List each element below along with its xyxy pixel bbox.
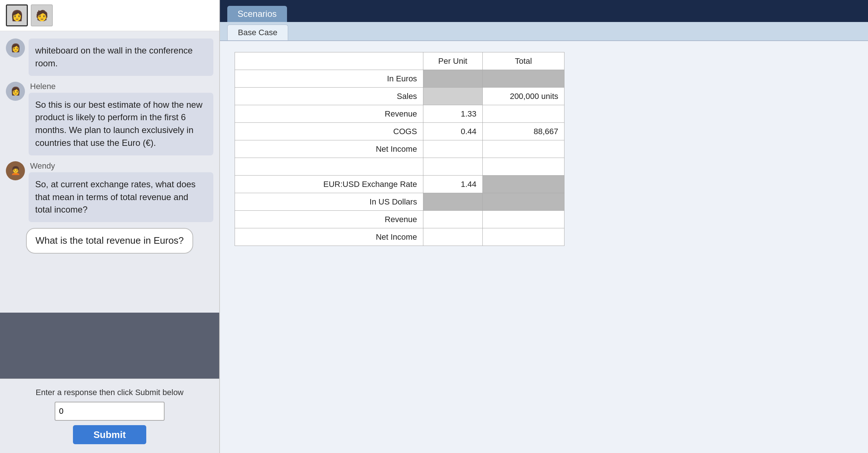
data-table: Per Unit Total In Euros Sales 200,000 un… [235, 52, 564, 246]
cell-revenue-usd-label: Revenue [235, 211, 423, 228]
bubble-2: So this is our best estimate of how the … [29, 93, 213, 155]
spreadsheet-area: Per Unit Total In Euros Sales 200,000 un… [220, 41, 868, 453]
table-row-spacer [235, 158, 564, 176]
cell-net-income-eur-total [482, 140, 564, 158]
avatar-helene-2: 👩 [6, 82, 25, 101]
cell-spacer-label [235, 158, 423, 176]
table-row-net-income-usd: Net Income [235, 228, 564, 246]
bubble-3: So, at current exchange rates, what does… [29, 172, 213, 222]
table-row-sales: Sales 200,000 units [235, 88, 564, 105]
cell-sales-perunit [423, 88, 482, 105]
cell-net-income-usd-label: Net Income [235, 228, 423, 246]
cell-cogs-label: COGS [235, 123, 423, 140]
cell-sales-label: Sales [235, 88, 423, 105]
cell-net-income-usd-total [482, 228, 564, 246]
cell-net-income-usd-perunit [423, 228, 482, 246]
table-header-row: Per Unit Total [235, 52, 564, 70]
avatar-2[interactable]: 🧑 [31, 4, 53, 26]
input-area: Enter a response then click Submit below… [0, 379, 219, 453]
question-bubble: What is the total revenue in Euros? [26, 228, 194, 254]
cell-sales-total: 200,000 units [482, 88, 564, 105]
message-2: 👩 Helene So this is our best estimate of… [6, 82, 213, 155]
message-1: 👩 whiteboard on the wall in the conferen… [6, 38, 213, 76]
cell-revenue-eur-perunit: 1.33 [423, 105, 482, 123]
message-3: 🧑‍🦱 Wendy So, at current exchange rates,… [6, 161, 213, 222]
cell-cogs-total: 88,667 [482, 123, 564, 140]
speaker-helene: Helene [29, 82, 213, 91]
cell-in-euros-total [482, 70, 564, 88]
cell-in-usd-total [482, 193, 564, 211]
table-row-net-income-eur: Net Income [235, 140, 564, 158]
table-row-in-usd: In US Dollars [235, 193, 564, 211]
col-label-header [235, 52, 423, 70]
cell-revenue-eur-label: Revenue [235, 105, 423, 123]
secondary-tab-bar: Base Case [220, 22, 868, 41]
cell-net-income-eur-label: Net Income [235, 140, 423, 158]
cell-net-income-eur-perunit [423, 140, 482, 158]
cell-spacer-total [482, 158, 564, 176]
right-panel: Scenarios Base Case Per Unit Total In Eu… [220, 0, 868, 453]
submit-button[interactable]: Submit [73, 425, 146, 444]
bubble-container-3: Wendy So, at current exchange rates, wha… [29, 161, 213, 222]
input-label: Enter a response then click Submit below [36, 388, 184, 397]
question-container: What is the total revenue in Euros? [6, 228, 213, 254]
table-row-in-euros: In Euros [235, 70, 564, 88]
tab-base-case[interactable]: Base Case [227, 25, 288, 40]
avatar-1[interactable]: 👩 [6, 4, 28, 26]
response-input[interactable] [55, 402, 165, 421]
cell-revenue-eur-total [482, 105, 564, 123]
cell-revenue-usd-total [482, 211, 564, 228]
bubble-1: whiteboard on the wall in the conference… [29, 38, 213, 76]
cell-in-euros-perunit [423, 70, 482, 88]
table-row-cogs: COGS 0.44 88,667 [235, 123, 564, 140]
cell-in-euros-label: In Euros [235, 70, 423, 88]
cell-in-usd-label: In US Dollars [235, 193, 423, 211]
cell-in-usd-perunit [423, 193, 482, 211]
cell-cogs-perunit: 0.44 [423, 123, 482, 140]
left-panel: 👩 🧑 👩 whiteboard on the wall in the conf… [0, 0, 220, 453]
table-row-revenue-usd: Revenue [235, 211, 564, 228]
cell-exchange-rate-label: EUR:USD Exchange Rate [235, 176, 423, 193]
bubble-container-2: Helene So this is our best estimate of h… [29, 82, 213, 155]
col-per-unit-header: Per Unit [423, 52, 482, 70]
table-row-exchange-rate: EUR:USD Exchange Rate 1.44 [235, 176, 564, 193]
chat-area: 👩 whiteboard on the wall in the conferen… [0, 31, 219, 313]
avatar-wendy: 🧑‍🦱 [6, 161, 25, 180]
tab-scenarios[interactable]: Scenarios [227, 6, 287, 22]
table-row-revenue-eur: Revenue 1.33 [235, 105, 564, 123]
avatar-row: 👩 🧑 [0, 0, 219, 31]
top-tab-bar: Scenarios [220, 0, 868, 22]
avatar-helene-small: 👩 [6, 38, 25, 58]
cell-spacer-perunit [423, 158, 482, 176]
cell-exchange-rate-perunit: 1.44 [423, 176, 482, 193]
col-total-header: Total [482, 52, 564, 70]
cell-revenue-usd-perunit [423, 211, 482, 228]
cell-exchange-rate-total [482, 176, 564, 193]
speaker-wendy: Wendy [29, 161, 213, 171]
gray-spacer [0, 313, 219, 379]
